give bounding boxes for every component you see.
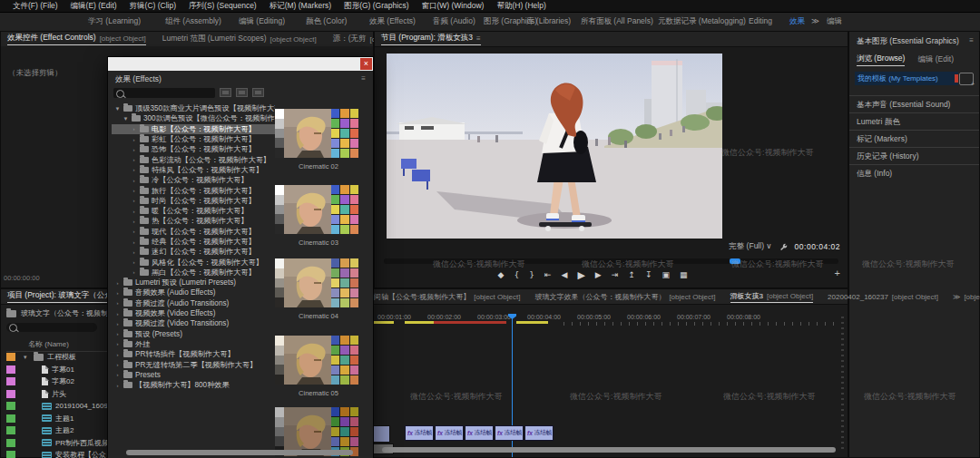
collapsed-panel-header[interactable]: 历史记录 (History) <box>849 147 979 164</box>
workspace-tab[interactable]: 学习 (Learning) <box>88 16 141 27</box>
effect-bin-row[interactable]: › 热【公众号：视频制作大哥】 <box>112 216 275 226</box>
export-frame-button[interactable]: ▣ <box>662 270 670 279</box>
panel-menu-icon[interactable]: [object Object] <box>767 292 813 300</box>
workspace-tab[interactable]: 颜色 (Color) <box>306 16 347 27</box>
accelerated-effects-badge[interactable] <box>220 88 231 97</box>
panel-menu-icon[interactable]: [object Object] <box>100 34 146 43</box>
effect-bin-row[interactable]: › 冷【公众号：视频制作大哥】 <box>112 175 275 185</box>
effect-bin-row[interactable]: › 彩虹【公众号：视频制作大哥】 <box>112 134 275 144</box>
effect-bin-row[interactable]: › Presets <box>112 370 275 380</box>
workspace-tab[interactable]: 效果 <box>789 16 805 27</box>
effects-horizontal-scrollbar[interactable] <box>126 450 353 455</box>
label-color-swatch[interactable] <box>6 365 15 374</box>
yuv-effects-badge[interactable] <box>252 88 264 97</box>
collapsed-panel-header[interactable]: 基本声音 (Essential Sound) <box>849 95 979 112</box>
effect-bin-row[interactable]: › 外挂 <box>112 339 275 349</box>
collapsed-panel-header[interactable]: Lumetri 颜色 <box>849 112 979 130</box>
effect-bin-row[interactable]: › 视频过渡 (Video Transitions) <box>112 318 275 328</box>
twirl-arrow-icon[interactable]: › <box>131 269 137 275</box>
workspace-tab[interactable]: 效果 (Effects) <box>369 16 416 27</box>
panel-tab[interactable]: 效果控件 (Effect Controls)[object Object] <box>7 33 146 45</box>
twirl-arrow-icon[interactable]: › <box>114 280 121 286</box>
effect-bin-row[interactable]: › 电影【公众号：视频制作大哥】 <box>112 124 275 134</box>
lift-button[interactable]: ↥ <box>628 270 635 279</box>
twirl-arrow-icon[interactable]: › <box>131 157 137 162</box>
label-color-swatch[interactable] <box>6 426 15 434</box>
twirl-arrow-icon[interactable]: › <box>131 209 137 214</box>
twirl-arrow-icon[interactable]: › <box>114 311 121 317</box>
workspace-tab[interactable]: 音频 (Audio) <box>433 16 475 27</box>
twirl-arrow-icon[interactable]: › <box>131 137 137 142</box>
menu-item[interactable]: 图形(G) (Graphics) <box>344 1 408 12</box>
effect-bin-row[interactable]: › 黑白【公众号：视频制作大哥】 <box>112 268 275 278</box>
program-zoom-scrollbar-thumb[interactable] <box>730 258 740 264</box>
timeline-clip[interactable]: fx 冻结帧 <box>435 425 464 441</box>
twirl-arrow-icon[interactable]: › <box>131 219 137 224</box>
sequence-tab[interactable]: 时间轴【公众号:视频制作大哥】[object Object] <box>367 292 520 302</box>
effect-bin-row[interactable]: › 【视频制作大哥】800种效果 <box>112 380 275 390</box>
workspace-tab[interactable]: Editing <box>749 16 772 25</box>
label-color-swatch[interactable] <box>6 402 15 410</box>
effect-bin-row[interactable]: › 经典【公众号：视频制作大哥】 <box>112 237 275 247</box>
program-video-frame[interactable] <box>387 54 722 239</box>
effect-bin-row[interactable]: › 恐怖【公众号：视频制作大哥】 <box>112 144 275 154</box>
label-color-swatch[interactable] <box>6 439 15 447</box>
twirl-arrow-icon[interactable]: › <box>131 239 137 245</box>
workspace-tab[interactable]: 元数据记录 (Metalogging) <box>658 16 746 27</box>
timeline-vertical-zoom-ticks[interactable] <box>841 317 844 453</box>
label-color-swatch[interactable] <box>6 377 15 385</box>
eg-tab[interactable]: 浏览 (Browse) <box>857 54 905 66</box>
panel-menu-icon[interactable]: [object Object] <box>892 293 938 301</box>
twirl-arrow-icon[interactable]: › <box>131 178 137 183</box>
effect-bin-row[interactable]: › 视频效果 (Video Effects) <box>112 308 275 318</box>
my-templates-select[interactable]: 我的模板 (My Templates) <box>855 72 958 85</box>
menu-item[interactable]: 编辑(E) (Edit) <box>71 1 117 12</box>
effect-bin-row[interactable]: › 预设 (Presets) <box>112 329 275 339</box>
twirl-arrow-icon[interactable]: › <box>131 259 137 265</box>
effect-bin-row[interactable]: › Lumetri 预设 (Lumetri Presets) <box>112 278 275 287</box>
workspace-tab[interactable]: 编辑 (Editing) <box>239 16 285 27</box>
twirl-arrow-icon[interactable]: › <box>131 126 137 132</box>
effect-bin-row[interactable]: › PR转场插件【视频制作大哥】 <box>112 349 275 359</box>
label-color-swatch[interactable] <box>6 414 15 423</box>
collapsed-panel-header[interactable]: 信息 (Info) <box>849 164 979 181</box>
effect-bin-row[interactable]: › 暖【公众号：视频制作大哥】 <box>112 206 275 216</box>
step-forward-button[interactable]: ▶ <box>595 270 602 279</box>
workspace-tab[interactable]: 编辑 <box>827 16 842 27</box>
go-to-in-button[interactable]: ⇤ <box>544 270 552 279</box>
go-to-out-button[interactable]: ⇥ <box>612 270 619 279</box>
twirl-arrow-icon[interactable]: › <box>114 331 121 336</box>
twirl-arrow-icon[interactable]: › <box>114 290 121 296</box>
timeline-clip[interactable]: fx 冻结帧 <box>405 425 434 441</box>
preset-thumbnail[interactable]: Cinematic 05 <box>275 336 362 397</box>
twirl-arrow-icon[interactable]: › <box>131 198 137 203</box>
twirl-arrow-icon[interactable]: ▼ <box>122 116 129 122</box>
collapsed-panel-header[interactable]: 标记 (Markers) <box>849 130 979 147</box>
panel-menu-icon[interactable]: ≡ <box>969 36 974 44</box>
twirl-arrow-icon[interactable]: › <box>114 341 121 346</box>
label-color-swatch[interactable] <box>6 353 15 361</box>
add-marker-button[interactable]: ◆ <box>498 270 505 279</box>
menu-item[interactable]: 文件(F) (File) <box>13 1 58 12</box>
sequence-tab[interactable]: 玻璃文字效果（公众号：视频制作大哥）[object Object] <box>534 292 715 302</box>
workspace-tab[interactable]: 组件 (Assembly) <box>165 16 221 27</box>
workspace-tab[interactable]: 库 (Libraries) <box>526 16 571 27</box>
menu-item[interactable]: 序列(S) (Sequence) <box>189 1 257 12</box>
step-back-button[interactable]: ◀ <box>561 270 567 279</box>
preset-thumbnail[interactable]: Cinematic 04 <box>275 258 362 320</box>
program-tab[interactable]: 节目 (Program): 滑板女孩3 ≡ <box>381 33 481 45</box>
workspace-tab[interactable]: ≫ <box>811 16 819 25</box>
effect-bin-row[interactable]: › PR无缝转场第二季【视频制作大哥】 <box>112 359 275 369</box>
effect-bin-row[interactable]: › 旅行【公众号：视频制作大哥】 <box>112 185 275 195</box>
twirl-arrow-icon[interactable]: ▼ <box>114 106 121 112</box>
button-editor-plus[interactable]: + <box>835 268 840 278</box>
new-layer-icon[interactable] <box>959 73 974 85</box>
project-name-row[interactable]: 玻璃文字（公众号：视频制 <box>6 308 108 318</box>
timeline-horizontal-scrollbar[interactable] <box>382 447 836 453</box>
zoom-level-select[interactable]: 完整 (Full) ∨ <box>729 241 771 252</box>
effect-bin-row[interactable]: ▼ 顶级350款商业大片调色预设【视频制作大哥 <box>112 103 275 113</box>
mark-in-button[interactable]: { <box>514 270 519 279</box>
effect-bin-row[interactable]: ▼ 300款调色预设【微信公众号：视频制作大 <box>112 113 275 123</box>
twirl-arrow-icon[interactable]: › <box>114 300 121 306</box>
sequence-tab[interactable]: 滑板女孩3[object Object] <box>730 291 814 303</box>
